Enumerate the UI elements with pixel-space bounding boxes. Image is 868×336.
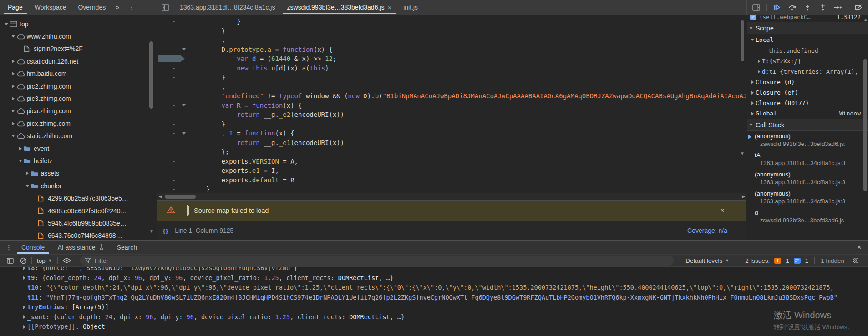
tree-item-top[interactable]: top (0, 18, 157, 30)
chevron-right-icon[interactable] (749, 101, 756, 105)
call-stack-frame-4[interactable]: dzswsdid.993bf3e…3befd3ad6.js (747, 207, 868, 226)
code-line-12[interactable]: - } (157, 120, 746, 129)
navigator-menu-icon[interactable]: ⋮ (126, 3, 138, 11)
tree-item-static-zhihu-com[interactable]: static.zhihu.com (0, 130, 157, 142)
chevron-right-icon[interactable] (10, 122, 17, 125)
nav-tab-overrides[interactable]: Overrides (72, 0, 112, 15)
pretty-print-icon[interactable]: {} (163, 227, 168, 234)
call-stack-frame-1[interactable]: tA1363.app.3181df…34cf8a1c.js:3 (747, 150, 868, 169)
chevron-down-icon[interactable] (10, 135, 17, 137)
console-messages[interactable]: t8: {nonce: '', SESSIONID: '1XGyWVz7khQY… (0, 267, 868, 336)
chevron-right-icon[interactable] (756, 60, 762, 63)
scope-row-Global[interactable]: GlobalWindow (747, 108, 868, 119)
chevron-right-icon[interactable] (10, 60, 17, 63)
nav-tab-workspace[interactable]: Workspace (29, 0, 72, 15)
issue-error-badge-icon[interactable]: ! (774, 258, 781, 264)
code-line-15[interactable]: - }; (157, 147, 746, 157)
console-tab-console[interactable]: Console (15, 241, 51, 254)
call-stack-section-header[interactable]: Call Stack (747, 119, 868, 131)
scope-row-T[interactable]: T: {sTzXx: ƒ} (747, 56, 868, 66)
chevron-right-icon[interactable] (10, 97, 17, 100)
chevron-right-icon[interactable] (756, 70, 762, 74)
sidebar-scrollbar-thumb[interactable] (863, 59, 867, 191)
clear-console-button[interactable] (17, 255, 30, 266)
chevron-down-icon[interactable] (17, 160, 24, 162)
code-line-6[interactable]: - new this.u[d](x).a(this) (157, 64, 746, 73)
console-row-5[interactable]: _sent: {color_depth: 24, dpi_x: 96, dpi_… (0, 312, 868, 322)
console-filter-input[interactable]: Filter (80, 256, 674, 266)
scroll-down-icon[interactable]: ▼ (740, 151, 745, 156)
chevron-right-icon[interactable] (17, 147, 24, 150)
toggle-sidebar-button[interactable] (750, 1, 763, 13)
fold-marker-icon[interactable] (179, 101, 188, 110)
nav-tab-page[interactable]: Page (2, 0, 29, 15)
navigator-scrollbar-thumb[interactable] (149, 41, 153, 109)
chevron-down-icon[interactable] (10, 35, 17, 38)
code-line-10[interactable]: - var R = function(x) { (157, 101, 746, 110)
scroll-down-icon[interactable]: ▼ (149, 229, 154, 234)
chevron-down-icon[interactable] (3, 23, 10, 25)
expand-icon[interactable] (21, 312, 27, 322)
console-row-3[interactable]: t11: "VhnTj77m-qofgh3TxTnq2_Qq2LYuDhV80w… (0, 293, 868, 303)
code-line-7[interactable]: - } (157, 73, 746, 82)
code-line-17[interactable]: - exports.e1 = I, (157, 166, 746, 176)
code-line-14[interactable]: - return __g._e1(encodeURI(x)) (157, 138, 746, 148)
close-tab-icon[interactable]: × (387, 4, 391, 11)
tree-item-4299-60b25a97c3f0635e5-[interactable]: 4299.60b25a97c3f0635e5… (0, 192, 157, 204)
code-line-1[interactable]: - } (157, 17, 746, 26)
tree-item-chunks[interactable]: chunks (0, 180, 157, 192)
close-warning-button[interactable]: × (720, 206, 725, 215)
editor-tab-0[interactable]: 1363.app.3181df…8f234cf8a1c.js (174, 0, 281, 15)
tree-item-signin-next-2f[interactable]: signin?next=%2F (0, 43, 157, 55)
navigator-scrollbar[interactable]: ▼ (149, 15, 154, 240)
breakpoint-entry[interactable]: ✓ (self.webpackC… 1.38122 (747, 15, 868, 22)
console-tab-ai-assistance[interactable]: AI assistance (51, 241, 110, 254)
close-drawer-button[interactable]: × (857, 243, 862, 252)
sidebar-scrollbar[interactable]: ▲ (863, 15, 868, 240)
scroll-up-icon[interactable]: ▲ (863, 17, 868, 22)
editor-vscroll-thumb[interactable] (741, 20, 744, 61)
console-tab-search[interactable]: Search (111, 241, 143, 254)
chevron-right-icon[interactable] (10, 85, 17, 88)
scope-row-Local[interactable]: Local (747, 34, 868, 45)
toggle-navigator-button[interactable] (157, 0, 174, 15)
scroll-left-icon[interactable]: ◀ (159, 194, 162, 199)
scope-section-header[interactable]: Scope (747, 22, 868, 34)
scope-row-Closure (d)[interactable]: Closure (d) (747, 77, 868, 87)
editor-tab-2[interactable]: init.js (397, 0, 424, 15)
coverage-link[interactable]: Coverage: n/a (687, 227, 727, 234)
code-line-11[interactable]: - return __g._e2(encodeURI(x)) (157, 110, 746, 120)
code-line-16[interactable]: - exports.VERSION = A, (157, 157, 746, 166)
step-button[interactable] (832, 1, 845, 13)
editor-horizontal-scrollbar[interactable]: ◀ ▶ (157, 193, 746, 200)
expand-icon[interactable] (21, 267, 27, 273)
tree-item-hm-baidu-com[interactable]: hm.baidu.com (0, 68, 157, 80)
scope-row-d[interactable]: d: tI {tryEntries: Array(1), (747, 66, 868, 77)
code-line-2[interactable]: - } (157, 26, 746, 36)
scope-row-this[interactable]: this: undefined (747, 45, 868, 56)
tree-item-heifetz[interactable]: heifetz (0, 155, 157, 167)
console-row-1[interactable]: t9: {color_depth: 24, dpi_x: 96, dpi_y: … (0, 273, 868, 283)
console-sidebar-button[interactable] (4, 255, 17, 266)
tree-item-picx-zhimg-com[interactable]: picx.zhimg.com (0, 117, 157, 130)
chevron-right-icon[interactable] (10, 72, 17, 75)
tree-item-assets[interactable]: assets (0, 167, 157, 180)
scope-row-Closure (80177)[interactable]: Closure (80177) (747, 98, 868, 108)
chevron-right-icon[interactable] (749, 112, 756, 115)
console-settings-button[interactable] (849, 257, 863, 264)
code-line-19[interactable]: - } (157, 185, 746, 193)
deactivate-breakpoints-button[interactable] (852, 1, 865, 13)
tree-item-event[interactable]: event (0, 142, 157, 155)
chevron-down-icon[interactable] (749, 39, 756, 41)
tree-item-5946-4fc6fb99b9bb0835e-[interactable]: 5946.4fc6fb99b9bb0835e… (0, 217, 157, 229)
log-levels-selector[interactable]: Default levels ▼ (682, 257, 733, 264)
breakpoint-checkbox[interactable]: ✓ (750, 15, 756, 20)
call-stack-frame-2[interactable]: (anonymous)1363.app.3181df…34cf8a1c.js:3 (747, 169, 868, 188)
scope-row-Closure (ef)[interactable]: Closure (ef) (747, 87, 868, 98)
tree-item-www-zhihu-com[interactable]: www.zhihu.com (0, 30, 157, 42)
scroll-right-icon[interactable]: ▶ (742, 194, 745, 199)
tree-item-pica-zhimg-com[interactable]: pica.zhimg.com (0, 105, 157, 117)
fold-marker-icon[interactable] (179, 129, 188, 138)
drawer-menu-icon[interactable]: ⋮ (3, 243, 15, 251)
code-line-13[interactable]: - , I = function(x) { (157, 129, 746, 138)
